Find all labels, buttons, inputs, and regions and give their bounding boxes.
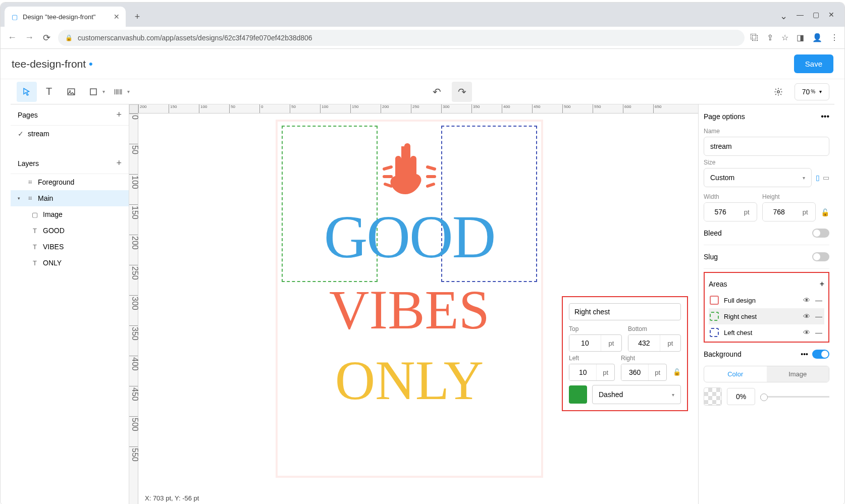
svg-point-3	[777, 90, 779, 93]
more-icon[interactable]: •••	[821, 112, 829, 121]
area-edit-panel: Top pt Bottom pt Left pt Right p	[562, 296, 688, 411]
dropdown-icon[interactable]: ⌄	[780, 11, 787, 22]
ruler-corner	[129, 104, 138, 114]
undo-button[interactable]: ↶	[427, 82, 447, 102]
zoom-value: 70	[802, 88, 810, 96]
tab-close-icon[interactable]: ✕	[114, 13, 120, 21]
opacity-slider[interactable]	[760, 396, 829, 398]
layer-image[interactable]: ▢ Image	[11, 206, 129, 222]
chevron-down-icon: ▾	[803, 175, 805, 181]
back-icon[interactable]: ←	[7, 32, 18, 43]
install-icon[interactable]: ⿻	[751, 33, 759, 42]
area-name-input[interactable]	[569, 303, 681, 320]
settings-icon[interactable]	[768, 82, 788, 102]
add-area-button[interactable]: +	[820, 279, 824, 289]
redo-button[interactable]: ↷	[452, 82, 472, 102]
rect-icon: ▢	[31, 211, 39, 218]
window-controls: ⌄ — ▢ ✕	[770, 11, 844, 27]
browser-tab[interactable]: ▢ Design "tee-design-front" ✕	[5, 7, 126, 27]
lock-icon[interactable]: 🔓	[673, 368, 681, 376]
layer-good[interactable]: T GOOD	[11, 222, 129, 239]
visibility-icon[interactable]: 👁	[803, 328, 810, 337]
bleed-toggle[interactable]	[812, 229, 829, 238]
visibility-icon[interactable]: 👁	[803, 312, 810, 320]
slug-toggle[interactable]	[812, 252, 829, 261]
layer-only[interactable]: T ONLY	[11, 255, 129, 271]
caret-down-icon: ▾	[18, 196, 22, 201]
shape-tool[interactable]	[83, 82, 103, 102]
design-canvas[interactable]: GOOD VIBES ONLY	[276, 120, 543, 478]
remove-icon[interactable]: —	[815, 328, 823, 337]
barcode-tool[interactable]	[108, 82, 128, 102]
landscape-icon[interactable]: ▭	[823, 174, 829, 182]
coordinates-display: X: 703 pt, Y: -56 pt	[140, 491, 204, 504]
minimize-icon[interactable]: —	[797, 11, 804, 22]
area-row-full[interactable]: Full design 👁—	[709, 292, 824, 308]
tab-title: Design "tee-design-front"	[23, 13, 95, 21]
portrait-icon[interactable]: ▯	[816, 174, 820, 182]
text-tool[interactable]: T	[39, 82, 59, 102]
area-swatch-left	[710, 328, 719, 337]
bookmark-icon[interactable]: ☆	[781, 33, 788, 42]
bg-type-segmented[interactable]: Color Image	[704, 366, 829, 382]
page-item[interactable]: ✓ stream	[11, 126, 129, 142]
remove-icon[interactable]: —	[815, 312, 823, 320]
top-input[interactable]	[569, 335, 601, 351]
opacity-input[interactable]	[727, 388, 755, 405]
add-layer-button[interactable]: +	[116, 158, 122, 169]
text-only[interactable]: ONLY	[335, 349, 484, 413]
save-button[interactable]: Save	[794, 54, 833, 73]
reload-icon[interactable]: ⟳	[41, 32, 52, 43]
visibility-icon[interactable]: 👁	[803, 296, 810, 304]
lock-icon[interactable]: 🔓	[821, 208, 829, 216]
add-page-button[interactable]: +	[116, 109, 122, 120]
select-tool[interactable]	[17, 82, 37, 102]
grid-icon: ⌗	[26, 178, 34, 186]
right-input[interactable]	[621, 364, 648, 380]
text-good[interactable]: GOOD	[324, 202, 495, 272]
url-bar: ← → ⟳ 🔒 customerscanvashub.com/app/asset…	[1, 27, 844, 49]
page-name-input[interactable]	[704, 137, 829, 156]
unsaved-indicator: •	[89, 58, 93, 71]
zoom-control[interactable]: 70% ▾	[795, 83, 829, 100]
background-toggle[interactable]	[812, 350, 829, 359]
url-field[interactable]: 🔒 customerscanvashub.com/app/assets/desi…	[58, 30, 745, 46]
area-color-swatch[interactable]	[569, 385, 587, 404]
panel-icon[interactable]: ◨	[797, 33, 804, 42]
bg-color-tab[interactable]: Color	[704, 366, 767, 382]
layers-header: Layers +	[11, 153, 129, 174]
text-vibes[interactable]: VIBES	[329, 278, 490, 342]
layer-main[interactable]: ▾ ⌗ Main	[11, 190, 129, 206]
menu-icon[interactable]: ⋮	[830, 33, 838, 42]
layer-vibes[interactable]: T VIBES	[11, 239, 129, 255]
width-input[interactable]	[704, 203, 736, 221]
bg-color-swatch[interactable]	[704, 387, 722, 406]
bg-image-tab[interactable]: Image	[767, 366, 829, 382]
remove-icon[interactable]: —	[815, 296, 823, 304]
new-tab-button[interactable]: +	[130, 9, 145, 24]
area-row-right[interactable]: Right chest 👁—	[709, 308, 824, 324]
area-row-left[interactable]: Left chest 👁—	[709, 324, 824, 341]
left-input[interactable]	[569, 364, 596, 380]
chevron-down-icon: ▾	[819, 89, 822, 94]
maximize-icon[interactable]: ▢	[813, 11, 819, 22]
more-icon[interactable]: •••	[801, 350, 808, 358]
peace-hand-image[interactable]	[377, 139, 442, 199]
ruler-horizontal: 2001501005005010015020025030035040045050…	[138, 104, 698, 114]
profile-icon[interactable]: 👤	[812, 33, 822, 42]
line-style-select[interactable]: Dashed ▾	[592, 385, 681, 404]
height-input[interactable]	[763, 203, 795, 221]
svg-point-1	[69, 90, 71, 92]
canvas-area[interactable]: 2001501005005010015020025030035040045050…	[129, 104, 698, 504]
shape-dropdown-icon[interactable]: ▾	[102, 89, 105, 94]
pages-header: Pages +	[11, 104, 129, 126]
barcode-dropdown-icon[interactable]: ▾	[127, 89, 130, 94]
text-icon: T	[31, 243, 39, 251]
image-tool[interactable]	[61, 82, 81, 102]
share-icon[interactable]: ⇪	[767, 33, 773, 42]
size-select[interactable]: Custom▾	[704, 168, 812, 187]
layer-foreground[interactable]: ⌗ Foreground	[11, 174, 129, 190]
bottom-input[interactable]	[628, 335, 660, 351]
close-icon[interactable]: ✕	[828, 11, 834, 22]
check-icon: ✓	[18, 130, 24, 138]
